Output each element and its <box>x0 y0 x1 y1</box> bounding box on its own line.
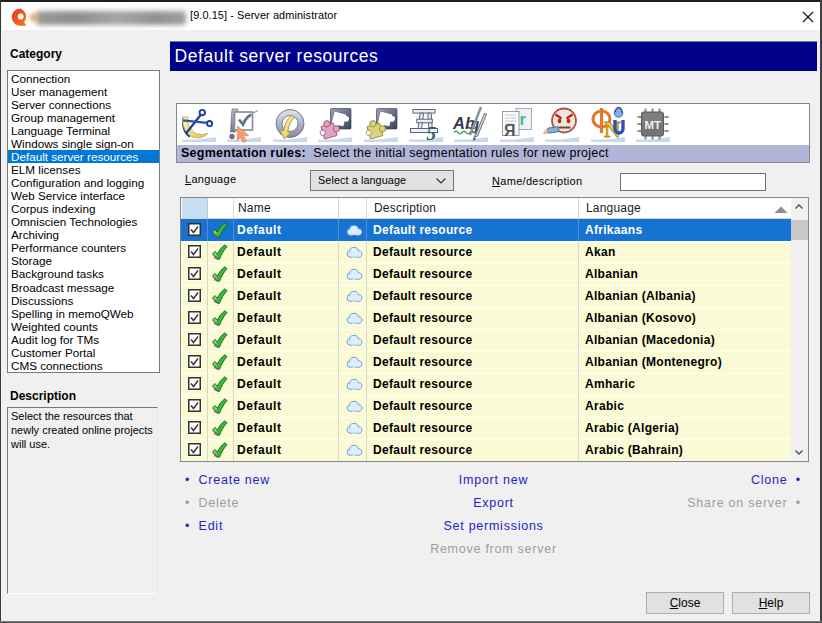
svg-text:N: N <box>604 117 621 142</box>
svg-text:r: r <box>519 110 526 129</box>
svg-text:MT: MT <box>645 118 662 130</box>
svg-text:Я: Я <box>504 122 516 139</box>
svg-text:5: 5 <box>427 123 437 144</box>
